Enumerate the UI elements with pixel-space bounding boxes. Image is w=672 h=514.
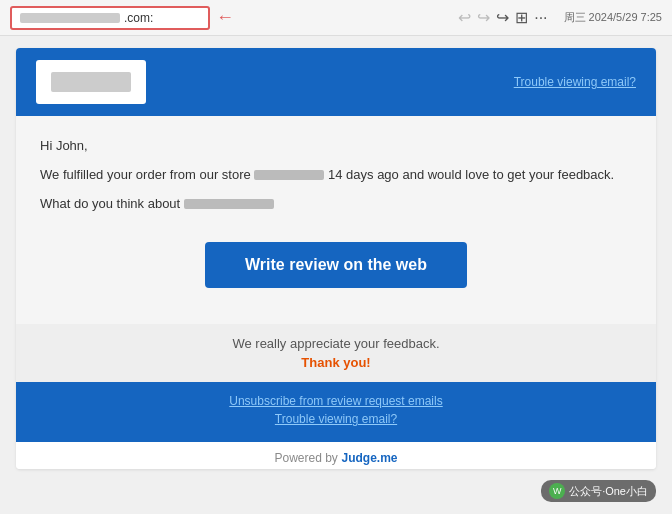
write-review-button[interactable]: Write review on the web [205,242,467,288]
back2-icon[interactable]: ↪ [477,8,490,27]
address-box[interactable]: .com: [10,6,210,30]
red-arrow-icon: ← [216,7,234,28]
cta-container: Write review on the web [40,222,632,304]
powered-by-section: Powered by Judge.me [16,442,656,469]
watermark-icon: W [549,483,565,499]
email-footer: Unsubscribe from review request emails T… [16,382,656,442]
powered-pre-text: Powered by [274,451,337,465]
top-bar: .com: ← ↩ ↪ ↪ ⊞ ··· 周三 2024/5/29 7:25 [0,0,672,36]
logo-area [36,60,146,104]
back-icon[interactable]: ↩ [458,8,471,27]
forward-icon[interactable]: ↪ [496,8,509,27]
body-pre-text: We fulfilled your order from our store [40,167,251,182]
store-name-blurred [254,170,324,180]
powered-brand-text[interactable]: Judge.me [341,451,397,465]
nav-icon-group: ↩ ↪ ↪ ⊞ ··· [458,8,547,27]
grid-icon[interactable]: ⊞ [515,8,528,27]
email-header: Trouble viewing email? [16,48,656,116]
thank-you-text: Thank you! [36,355,636,370]
email-body: Hi John, We fulfilled your order from ou… [16,116,656,324]
thank-you-section: We really appreciate your feedback. Than… [16,324,656,382]
body-line2: What do you think about [40,194,632,215]
nav-controls: ↩ ↪ ↪ ⊞ ··· 周三 2024/5/29 7:25 [458,8,662,27]
footer-trouble-link[interactable]: Trouble viewing email? [36,412,636,426]
greeting-text: Hi John, [40,136,632,157]
header-trouble-link[interactable]: Trouble viewing email? [514,75,636,89]
email-container: Trouble viewing email? Hi John, We fulfi… [0,36,672,514]
product-name-blurred [184,199,274,209]
body-days-text: 14 days ago and would love to get your f… [328,167,614,182]
email-card: Trouble viewing email? Hi John, We fulfi… [16,48,656,469]
logo-image [51,72,131,92]
address-com: .com: [124,11,153,25]
appreciate-text: We really appreciate your feedback. [36,336,636,351]
body-line1: We fulfilled your order from our store 1… [40,165,632,186]
datetime-label: 周三 2024/5/29 7:25 [564,10,662,25]
unsubscribe-link[interactable]: Unsubscribe from review request emails [36,394,636,408]
address-area: .com: ← [10,6,234,30]
watermark: W 公众号·One小白 [541,480,656,502]
watermark-label: 公众号·One小白 [569,484,648,499]
address-blurred [20,13,120,23]
body-pre2-text: What do you think about [40,196,180,211]
more-icon[interactable]: ··· [534,9,547,27]
